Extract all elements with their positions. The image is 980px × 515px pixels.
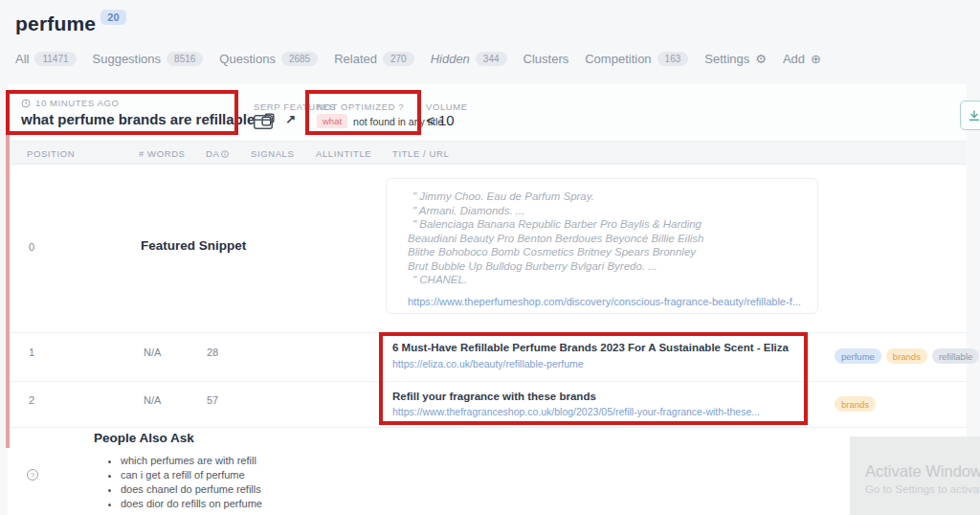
row2-words: N/A [144, 394, 161, 406]
gear-icon: ⚙ [755, 52, 767, 66]
title-count-badge: 20 [100, 10, 125, 25]
tab-settings[interactable]: Settings ⚙ [704, 52, 767, 66]
table-header: Position # Words DA Signals Allintitle T… [8, 142, 967, 165]
tab-all-count: 11471 [34, 52, 76, 66]
info-icon [221, 150, 229, 158]
keyword-research-screen: perfume 20 All 11471 Suggestions 8516 Qu… [0, 0, 980, 515]
row1-url-link[interactable]: https://eliza.co.uk/beauty/refillable-pe… [392, 358, 584, 369]
header: perfume 20 [15, 12, 126, 35]
paa-question: does chanel do perfume refills [121, 483, 262, 495]
page-title: perfume [15, 12, 96, 35]
question-circle-icon: ? [27, 469, 38, 481]
clock-icon [21, 99, 31, 108]
missing-term-badge: what [317, 114, 347, 128]
tab-settings-label: Settings [704, 52, 749, 66]
snippet-line: " CHANEL. [408, 273, 714, 287]
paa-title: People Also Ask [94, 431, 194, 445]
tab-all-label: All [15, 52, 29, 66]
row0-position: 0 [29, 241, 34, 253]
row2-tags: brands [835, 396, 876, 412]
tab-suggestions-count: 8516 [167, 52, 203, 66]
tab-clusters-label: Clusters [523, 52, 569, 66]
snippet-url-link[interactable]: https://www.theperfumeshop.com/discovery… [408, 296, 798, 307]
row2-position: 2 [29, 394, 34, 406]
tab-hidden-label: Hidden [431, 52, 470, 66]
add-icon: ⊕ [811, 52, 821, 66]
not-optimized-row: what not found in any title [317, 114, 443, 128]
tab-suggestions-label: Suggestions [93, 52, 162, 66]
watermark-line2: Go to Settings to activate [865, 483, 980, 495]
tag-brands[interactable]: brands [835, 396, 876, 412]
col-title-url: Title / URL [392, 148, 449, 159]
tab-all[interactable]: All 11471 [15, 52, 77, 66]
tab-competition[interactable]: Competition 163 [585, 52, 688, 66]
row1-position: 1 [29, 347, 34, 358]
row1-da: 28 [207, 347, 218, 358]
tab-competition-label: Competition [585, 52, 651, 66]
download-button[interactable] [960, 101, 980, 130]
tab-questions-count: 2685 [281, 52, 318, 66]
keyword-timestamp: 10 minutes ago [21, 98, 120, 108]
col-signals: Signals [251, 148, 294, 159]
row1-words: N/A [144, 347, 161, 358]
featured-snippet-icon [254, 115, 273, 129]
paa-question: which perfumes are with refill [121, 455, 262, 466]
paa-question: can i get a refill of perfume [121, 469, 262, 481]
row-divider [8, 427, 967, 428]
tab-hidden-count: 344 [476, 52, 507, 66]
tab-hidden[interactable]: Hidden 344 [431, 52, 507, 66]
tag-refillable[interactable]: refillable [932, 348, 979, 364]
row1-title-link[interactable]: 6 Must-Have Refillable Perfume Brands 20… [392, 342, 789, 353]
col-da-label: DA [206, 148, 219, 159]
row2-url-link[interactable]: https://www.thefragranceshop.co.uk/blog/… [392, 406, 760, 417]
tab-questions[interactable]: Questions 2685 [219, 52, 318, 66]
tab-add-label: Add [783, 52, 805, 66]
watermark-line1: Activate Windows [865, 462, 980, 481]
col-position: Position [27, 148, 75, 159]
snippet-line: " Jimmy Choo. Eau de Parfum Spray. [408, 190, 714, 204]
tab-questions-label: Questions [219, 52, 276, 66]
not-optimized-label: Not Optimized ? [317, 101, 404, 112]
row-divider [8, 332, 967, 333]
tab-bar: All 11471 Suggestions 8516 Questions 268… [15, 52, 821, 66]
col-words: # Words [139, 148, 186, 159]
row2-title-link[interactable]: Refill your fragrance with these brands [392, 391, 596, 402]
keyword-timestamp-label: 10 minutes ago [35, 98, 120, 108]
featured-snippet-card: " Jimmy Choo. Eau de Parfum Spray. " Arm… [386, 178, 818, 314]
tab-competition-count: 163 [657, 52, 689, 66]
snippet-line: " Balenciaga Banana Republic Barber Pro … [408, 217, 714, 273]
row2-da: 57 [207, 394, 218, 406]
paa-question: does dior do refills on perfume [121, 498, 262, 509]
col-allintitle: Allintitle [316, 148, 371, 159]
paa-list: which perfumes are with refill can i get… [121, 452, 262, 512]
open-external-icon[interactable]: ↗ [285, 112, 296, 126]
tag-brands[interactable]: brands [886, 348, 927, 364]
volume-value: < 10 [426, 112, 455, 128]
row1-tags: perfume brands refillable [835, 348, 979, 364]
volume-label: Volume [426, 101, 468, 112]
download-icon [968, 109, 980, 123]
row0-type-label: Featured Snippet [141, 238, 246, 253]
windows-watermark: Activate Windows Go to Settings to activ… [850, 437, 980, 515]
keyword-text[interactable]: what perfume brands are refillable [21, 111, 255, 127]
tag-perfume[interactable]: perfume [835, 348, 881, 364]
tab-suggestions[interactable]: Suggestions 8516 [93, 52, 204, 66]
snippet-line: " Armani. Diamonds. ... [408, 204, 714, 218]
tab-add[interactable]: Add ⊕ [783, 52, 821, 66]
col-da: DA [206, 148, 229, 159]
tab-related-count: 270 [383, 52, 414, 66]
row-divider [8, 381, 967, 382]
tab-clusters[interactable]: Clusters [523, 52, 569, 66]
tab-related[interactable]: Related 270 [334, 52, 414, 66]
tab-related-label: Related [334, 52, 377, 66]
